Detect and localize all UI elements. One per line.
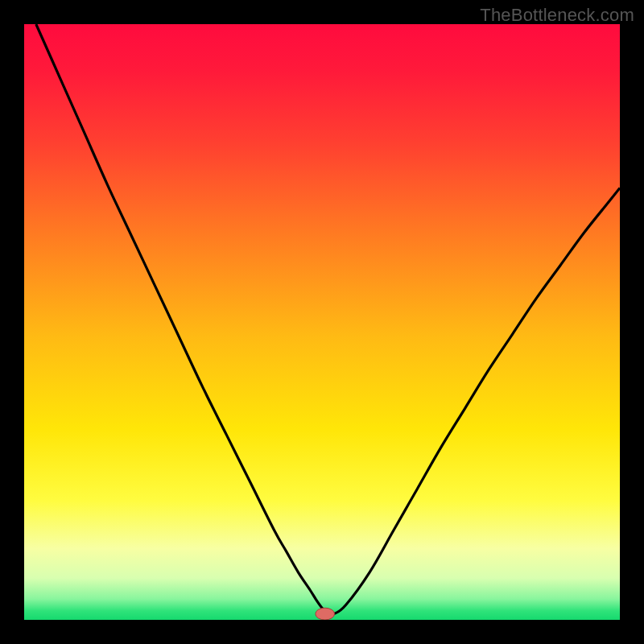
chart-frame: TheBottleneck.com: [0, 0, 644, 644]
bottleneck-chart: [24, 24, 620, 620]
gradient-background: [24, 24, 620, 620]
plot-area: [24, 24, 620, 620]
watermark-text: TheBottleneck.com: [480, 5, 634, 26]
optimal-point-marker: [316, 608, 335, 620]
